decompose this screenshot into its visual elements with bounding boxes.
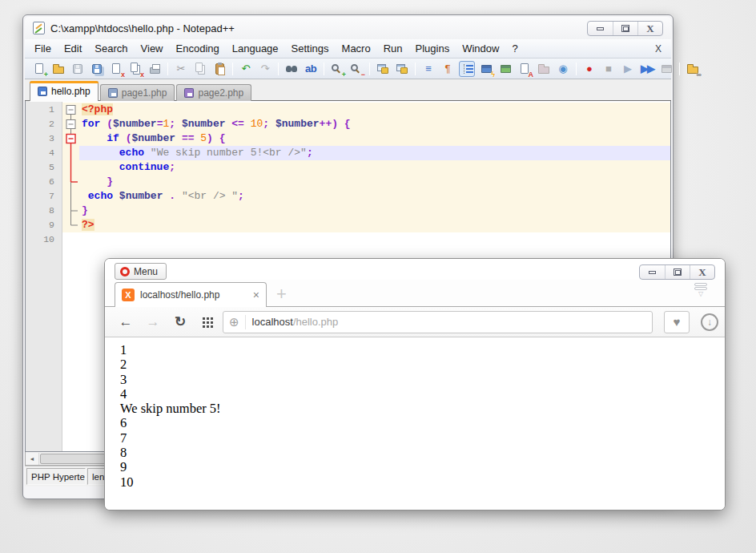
open-containing-folder-icon[interactable]: ∞ xyxy=(685,61,701,77)
download-button[interactable]: ↓ xyxy=(701,313,718,331)
menu-item-language[interactable]: Language xyxy=(226,40,285,57)
menu-item-help[interactable]: ? xyxy=(505,40,524,57)
chevron-down-icon: ▽ xyxy=(698,291,703,297)
toolbar-separator xyxy=(167,63,168,75)
toolbar-separator xyxy=(415,63,416,75)
save-icon[interactable] xyxy=(70,61,86,77)
menu-item-view[interactable]: View xyxy=(135,40,170,57)
minimize-button[interactable] xyxy=(588,22,613,35)
find-icon[interactable] xyxy=(284,61,300,77)
code-line-8: } xyxy=(62,204,670,218)
document-tab-page2-php[interactable]: page2.php xyxy=(176,84,251,101)
code-line-4: echo "We skip number 5!<br />"; xyxy=(62,146,670,160)
download-arrow-icon: ↓ xyxy=(707,317,712,328)
url-path: /hello.php xyxy=(293,316,338,328)
monitoring-icon[interactable]: ◉ xyxy=(555,61,571,77)
code-line-6: } xyxy=(62,175,670,189)
macro-save-icon[interactable] xyxy=(658,61,674,77)
output-line: 9 xyxy=(120,460,725,474)
opera-menu-button[interactable]: Menu xyxy=(115,263,167,280)
opera-minimize-button[interactable] xyxy=(640,265,665,279)
cut-icon[interactable]: ✂ xyxy=(173,61,189,77)
scrollbar-thumb[interactable] xyxy=(40,454,114,464)
menu-item-run[interactable]: Run xyxy=(377,40,409,57)
menu-item-plugins[interactable]: Plugins xyxy=(409,40,456,57)
back-button[interactable]: ← xyxy=(118,315,134,329)
toolbar-separator xyxy=(576,63,577,75)
undo-icon[interactable]: ↶ xyxy=(238,61,254,77)
menu-item-search[interactable]: Search xyxy=(88,40,134,57)
maximize-icon xyxy=(621,25,629,32)
browser-tab-bar: X localhost/hello.php × + ▽ xyxy=(105,280,725,307)
folder-as-workspace-icon[interactable] xyxy=(536,61,552,77)
output-line: 1 xyxy=(120,343,725,357)
code-line-10 xyxy=(62,232,670,247)
show-indent-guide-icon[interactable] xyxy=(459,61,475,77)
notepadpp-titlebar[interactable]: C:\xampp\htdocs\hello.php - Notepad++ X xyxy=(25,17,671,39)
menu-item-encoding[interactable]: Encoding xyxy=(170,40,226,57)
forward-button[interactable]: → xyxy=(145,315,161,329)
toolbar-separator xyxy=(232,63,233,75)
menu-bar: FileEditSearchViewEncodingLanguageSettin… xyxy=(25,39,671,59)
menu-item-settings[interactable]: Settings xyxy=(285,40,336,57)
open-file-icon[interactable] xyxy=(50,61,66,77)
code-lines: <?phpfor ($number=1; $number <= 10; $num… xyxy=(62,103,670,247)
output-line: 10 xyxy=(120,475,725,490)
closed-tabs-bin-button[interactable]: ▽ xyxy=(694,283,707,297)
browser-tab-localhost[interactable]: X localhost/hello.php × xyxy=(115,282,267,307)
close-button[interactable]: X xyxy=(637,22,662,35)
sync-horizontal-scrolling-icon[interactable] xyxy=(394,61,410,77)
maximize-button[interactable] xyxy=(613,22,637,35)
document-map-icon[interactable] xyxy=(497,61,513,77)
zoom-out-icon[interactable]: − xyxy=(348,61,364,77)
macro-run-multiple-icon[interactable]: ▶▶ xyxy=(639,61,655,77)
redo-icon[interactable]: ↷ xyxy=(257,61,273,77)
menu-item-window[interactable]: Window xyxy=(456,40,505,57)
zoom-in-icon[interactable]: + xyxy=(329,61,345,77)
status-doctype: PHP Hyperte xyxy=(26,468,86,485)
menu-item-macro[interactable]: Macro xyxy=(336,40,377,57)
save-all-icon[interactable] xyxy=(89,61,105,77)
macro-record-icon[interactable]: ● xyxy=(581,61,597,77)
toolbar-separator xyxy=(369,63,370,75)
show-all-characters-icon[interactable]: ¶ xyxy=(440,61,456,77)
opera-titlebar[interactable]: Menu X xyxy=(105,259,725,280)
line-number-margin[interactable]: 12345678910 xyxy=(26,101,62,451)
opera-maximize-button[interactable] xyxy=(665,265,690,279)
document-tab-page1-php[interactable]: page1.php xyxy=(100,84,175,101)
minimize-icon xyxy=(597,27,604,30)
address-bar[interactable]: ⊕ localhost /hello.php xyxy=(223,311,653,333)
document-tab-bar: hello.phppage1.phppage2.php xyxy=(25,79,671,101)
reload-button[interactable]: ↻ xyxy=(172,315,188,329)
macro-stop-icon[interactable]: ■ xyxy=(601,61,617,77)
speed-dial-icon[interactable] xyxy=(203,317,205,320)
line-number: 5 xyxy=(26,160,62,175)
new-tab-button[interactable]: + xyxy=(276,285,287,303)
scroll-left-arrow-icon[interactable]: ◄ xyxy=(26,453,39,465)
code-line-5: continue; xyxy=(62,160,670,175)
close-icon[interactable]: x xyxy=(108,61,124,77)
function-list-icon[interactable]: ϟ xyxy=(478,61,494,77)
sync-vertical-scrolling-icon[interactable] xyxy=(375,61,391,77)
code-line-9: ?> xyxy=(62,218,670,232)
document-tab-hello-php[interactable]: hello.php xyxy=(30,81,99,101)
menubar-close-icon[interactable]: X xyxy=(655,43,662,54)
close-all-icon[interactable]: x xyxy=(127,61,143,77)
paste-icon[interactable] xyxy=(211,61,227,77)
tab-label: page2.php xyxy=(198,87,243,99)
opera-close-button[interactable]: X xyxy=(690,265,714,279)
word-wrap-icon[interactable]: ≡ xyxy=(420,61,436,77)
tab-close-icon[interactable]: × xyxy=(253,289,259,301)
globe-icon: ⊕ xyxy=(223,315,246,329)
menu-item-edit[interactable]: Edit xyxy=(58,40,88,57)
macro-play-icon[interactable]: ▶ xyxy=(620,61,636,77)
print-icon[interactable] xyxy=(147,61,163,77)
line-number: 7 xyxy=(26,189,62,204)
bookmark-heart-button[interactable]: ♥ xyxy=(664,311,690,333)
new-file-icon[interactable]: + xyxy=(31,61,47,77)
menu-item-file[interactable]: File xyxy=(28,40,58,57)
line-number: 1 xyxy=(26,103,62,117)
document-list-icon[interactable]: A xyxy=(517,61,533,77)
replace-icon[interactable]: ab xyxy=(303,61,319,77)
copy-icon[interactable] xyxy=(192,61,208,77)
